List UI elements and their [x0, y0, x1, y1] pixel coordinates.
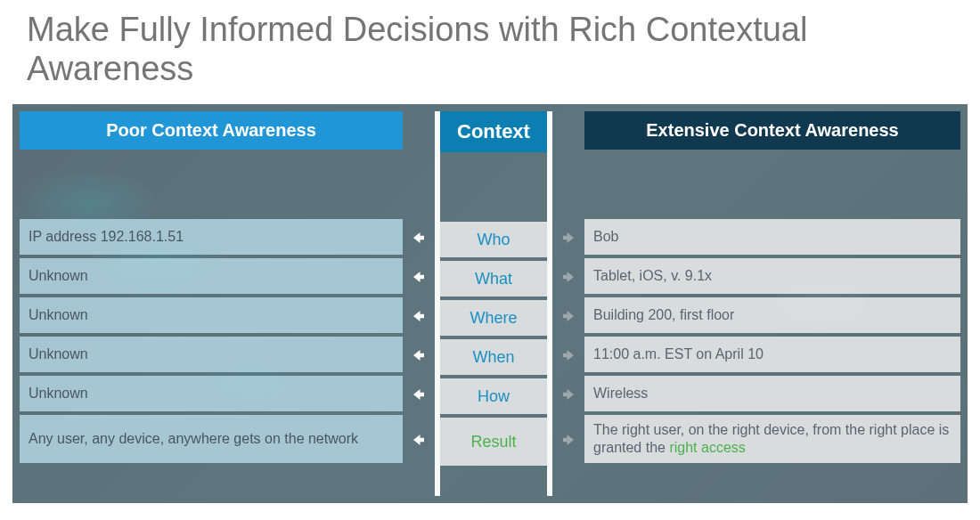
arrow-left-icon [409, 267, 429, 287]
arrow-left-icon [409, 385, 429, 404]
context-result-cell: Result [440, 418, 547, 466]
ext-cell: Bob [584, 219, 960, 255]
header-extensive: Extensive Context Awareness [584, 111, 960, 150]
column-poor: Poor Context Awareness IP address 192.16… [20, 111, 403, 496]
ext-cell: 11:00 a.m. EST on April 10 [584, 337, 960, 372]
header-poor: Poor Context Awareness [20, 111, 403, 150]
poor-cell: Unknown [20, 376, 403, 411]
slide-title: Make Fully Informed Decisions with Rich … [0, 0, 980, 97]
ext-result-cell: The right user, on the right device, fro… [584, 415, 960, 463]
arrows-right-column [552, 111, 584, 496]
poor-cell: IP address 192.168.1.51 [20, 219, 403, 255]
ext-cell: Wireless [584, 376, 960, 411]
poor-cell: Unknown [20, 337, 403, 372]
ext-result-highlight: right access [669, 440, 745, 455]
ext-cell: Tablet, iOS, v. 9.1x [584, 258, 960, 294]
context-cell: Who [440, 222, 547, 257]
context-cell: Where [440, 300, 547, 336]
context-diagram: Poor Context Awareness IP address 192.16… [12, 104, 968, 503]
arrow-right-icon [559, 385, 578, 404]
context-cell: When [440, 339, 547, 375]
arrow-left-icon [409, 430, 429, 450]
arrow-left-icon [409, 345, 429, 365]
column-context: Context Who What Where When How Result [440, 111, 547, 496]
context-cell: What [440, 261, 547, 297]
poor-cell: Unknown [20, 297, 403, 333]
arrow-left-icon [409, 306, 429, 326]
column-extensive: Extensive Context Awareness Bob Tablet, … [584, 111, 960, 496]
header-context: Context [440, 111, 547, 152]
arrow-right-icon [559, 267, 578, 287]
arrow-right-icon [559, 306, 578, 326]
arrow-right-icon [559, 345, 578, 365]
poor-cell: Unknown [20, 258, 403, 294]
poor-result-cell: Any user, any device, anywhere gets on t… [20, 415, 403, 463]
arrow-left-icon [409, 228, 429, 248]
context-cell: How [440, 378, 547, 414]
ext-cell: Building 200, first floor [584, 297, 960, 333]
arrow-right-icon [559, 228, 578, 248]
ext-result-prefix: The right user, on the right device, fro… [593, 422, 949, 455]
arrows-left-column [403, 111, 435, 496]
arrow-right-icon [559, 430, 578, 450]
